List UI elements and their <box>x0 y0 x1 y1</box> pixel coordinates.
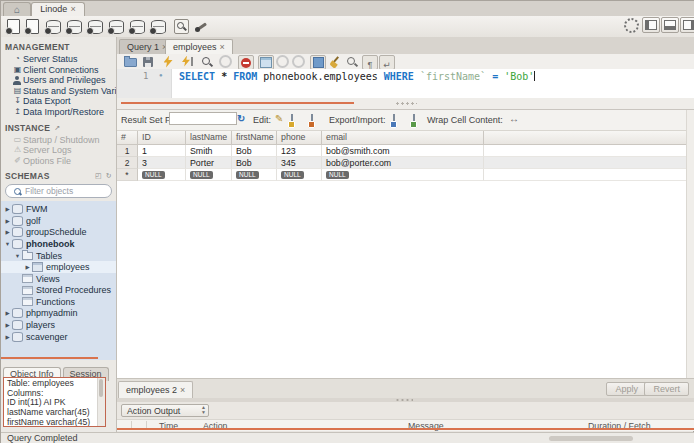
sidebar-item-users-and-privileges[interactable]: Users and Privileges <box>1 75 116 86</box>
tree-node-phpmyadmin[interactable]: ▶phpmyadmin <box>1 308 116 320</box>
splitter-grip[interactable] <box>395 102 417 105</box>
sidebar-item-startup-shutdown[interactable]: ▭Startup / Shutdown <box>1 135 116 146</box>
tree-node-tables[interactable]: ▼Tables <box>1 250 116 262</box>
grid-cell[interactable]: NULL <box>186 169 232 181</box>
column-header-ID[interactable]: ID <box>138 131 186 144</box>
grid-cell[interactable]: Bob <box>232 145 277 157</box>
tree-node-fwm[interactable]: ▶FWM <box>1 203 116 215</box>
grid-cell[interactable]: 123 <box>277 145 322 157</box>
output-selector-dropdown[interactable]: Action Output ▲▼ <box>121 404 209 417</box>
toggle-word-wrap-icon[interactable] <box>379 55 395 70</box>
commit-icon[interactable] <box>275 55 289 68</box>
sql-editor[interactable]: 1 ● SELECT * FROM phonebook.employees WH… <box>117 69 694 98</box>
save-icon[interactable] <box>141 55 155 68</box>
row-number-cell[interactable]: * <box>117 169 138 181</box>
info-scrollbar[interactable] <box>97 378 105 426</box>
wrap-cell-content-icon[interactable]: ↔ <box>509 113 519 124</box>
chevron-right-icon[interactable]: ▶ <box>3 218 12 224</box>
expand-schemas-icon[interactable]: ◰ <box>95 172 102 180</box>
column-header-email[interactable]: email <box>322 131 484 144</box>
chevron-right-icon[interactable]: ▶ <box>3 310 12 316</box>
tree-node-groupschedule[interactable]: ▶groupSchedule <box>1 227 116 239</box>
export-recordset-icon[interactable] <box>393 114 395 126</box>
tree-node-players[interactable]: ▶players <box>1 319 116 331</box>
column-header-num[interactable]: # <box>117 131 138 144</box>
chevron-right-icon[interactable]: ▶ <box>3 206 12 212</box>
grid-cell[interactable]: 345 <box>277 157 322 169</box>
clear-query-icon[interactable] <box>328 55 342 68</box>
chevron-down-icon[interactable]: ▼ <box>13 253 22 259</box>
result-tab-employees-2[interactable]: employees 2× <box>118 381 193 399</box>
rollback-icon[interactable] <box>291 55 305 68</box>
open-file-icon[interactable] <box>123 55 137 68</box>
new-procedure-icon[interactable] <box>129 18 146 35</box>
result-grid-scrollbar[interactable] <box>686 110 694 379</box>
execute-icon[interactable] <box>161 55 175 68</box>
stop-icon[interactable] <box>218 55 232 68</box>
table-row[interactable]: *NULLNULLNULLNULLNULL <box>117 169 694 181</box>
grid-cell[interactable]: NULL <box>322 169 484 181</box>
find-icon[interactable] <box>345 55 359 68</box>
home-tab[interactable]: ⌂ <box>3 2 31 17</box>
apply-button[interactable]: Apply <box>606 382 647 396</box>
grid-cell[interactable]: NULL <box>232 169 277 181</box>
column-header-phone[interactable]: phone <box>277 131 322 144</box>
migration-wizard-icon[interactable] <box>193 18 210 35</box>
dropdown-spinner-icon[interactable]: ▲▼ <box>201 405 206 415</box>
tree-node-phonebook[interactable]: ▼phonebook <box>1 238 116 250</box>
revert-button[interactable]: Revert <box>644 382 689 396</box>
toggle-autocommit-icon[interactable] <box>310 55 326 70</box>
new-schema-icon[interactable] <box>66 18 83 35</box>
grid-cell[interactable]: 3 <box>138 157 186 169</box>
sidebar-item-data-import-restore[interactable]: ↥Data Import/Restore <box>1 107 116 118</box>
new-connection-icon[interactable] <box>45 18 62 35</box>
new-view-icon[interactable] <box>108 18 125 35</box>
sidebar-item-status-and-system-variables[interactable]: ▤Status and System Variables <box>1 86 116 97</box>
sidebar-item-options-file[interactable]: ✐Options File <box>1 156 116 167</box>
new-table-icon[interactable] <box>87 18 104 35</box>
new-sql-tab-icon[interactable] <box>5 18 22 35</box>
tree-node-stored-procedures[interactable]: Stored Procedures <box>1 285 116 297</box>
grid-cell[interactable]: Smith <box>186 145 232 157</box>
table-row[interactable]: 23PorterBob345bob@porter.com <box>117 157 694 169</box>
chevron-right-icon[interactable]: ▶ <box>3 322 12 328</box>
sidebar-item-data-export[interactable]: ↧Data Export <box>1 96 116 107</box>
tree-node-views[interactable]: Views <box>1 273 116 285</box>
splitter-grip[interactable] <box>395 399 413 401</box>
table-row[interactable]: 11SmithBob123bob@smith.com <box>117 145 694 157</box>
grid-cell[interactable]: 1 <box>138 145 186 157</box>
sql-code-line[interactable]: SELECT * FROM phonebook.employees WHERE … <box>179 71 535 82</box>
grid-cell[interactable]: NULL <box>138 169 186 181</box>
close-icon[interactable]: × <box>180 385 185 395</box>
close-icon[interactable]: × <box>70 4 75 14</box>
sidebar-item-server-logs[interactable]: ⚠Server Logs <box>1 145 116 156</box>
refresh-schemas-icon[interactable]: ↻ <box>106 172 112 180</box>
toggle-right-sidebar-button[interactable] <box>680 17 694 33</box>
grid-cell[interactable]: Porter <box>186 157 232 169</box>
column-header-firstName[interactable]: firstName <box>232 131 277 144</box>
toggle-left-sidebar-button[interactable] <box>642 17 660 33</box>
tree-node-scavenger[interactable]: ▶scavenger <box>1 331 116 343</box>
delete-row-icon[interactable] <box>311 114 313 126</box>
close-icon[interactable]: × <box>220 42 225 52</box>
column-header-lastName[interactable]: lastName <box>186 131 232 144</box>
execute-current-icon[interactable] <box>181 55 195 68</box>
horizontal-scrollbar-thumb[interactable] <box>549 436 633 441</box>
chevron-right-icon[interactable]: ▶ <box>3 334 12 340</box>
explain-icon[interactable] <box>200 55 214 68</box>
result-filter-input[interactable] <box>169 112 237 125</box>
limit-rows-icon[interactable] <box>258 55 274 70</box>
open-sql-script-icon[interactable] <box>24 18 41 35</box>
toggle-stop-on-error-icon[interactable] <box>238 55 254 70</box>
tab-employees[interactable]: employees× <box>165 39 233 55</box>
tree-node-functions[interactable]: Functions <box>1 296 116 308</box>
refresh-icon[interactable]: ↻ <box>237 113 245 124</box>
sidebar-item-server-status[interactable]: ◔Server Status <box>1 54 116 65</box>
row-number-cell[interactable]: 1 <box>117 145 138 157</box>
tree-node-golf[interactable]: ▶golf <box>1 215 116 227</box>
row-number-cell[interactable]: 2 <box>117 157 138 169</box>
grid-cell[interactable]: Bob <box>232 157 277 169</box>
schema-filter-input[interactable]: Filter objects <box>5 184 112 198</box>
sidebar-item-client-connections[interactable]: ▣Client Connections <box>1 65 116 76</box>
search-objects-icon[interactable] <box>173 18 190 35</box>
